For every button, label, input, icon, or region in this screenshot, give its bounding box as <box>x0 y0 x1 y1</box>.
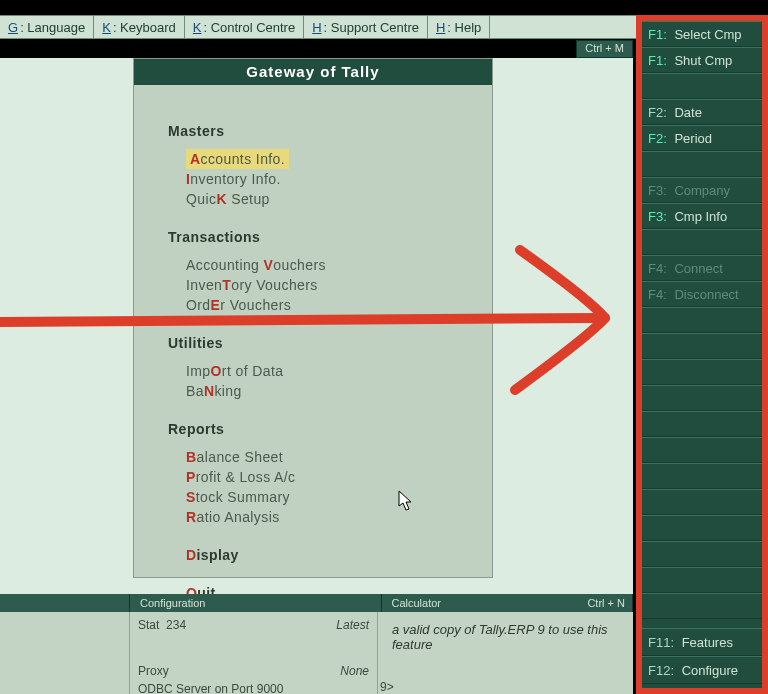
top-menu-language[interactable]: G: Language <box>0 16 94 38</box>
fkey-spacer <box>642 463 762 489</box>
section-reports: ReportsBalance SheetProfit & Loss A/cSto… <box>168 421 482 603</box>
menu-item[interactable]: Inventory Info. <box>186 169 482 189</box>
fkey-spacer <box>642 151 762 177</box>
fkey-f4-disconnect: F4: Disconnect <box>642 281 762 307</box>
top-menu-keyboard[interactable]: K: Keyboard <box>94 16 185 38</box>
section-heading: Reports <box>168 421 482 437</box>
top-menu-control-centre[interactable]: K: Control Centre <box>185 16 304 38</box>
fkey-bottom: F11: FeaturesF12: Configure <box>642 628 762 684</box>
menu-item[interactable]: Ratio Analysis <box>186 507 482 527</box>
fkey-f3-company: F3: Company <box>642 177 762 203</box>
menu-item[interactable]: ImpOrt of Data <box>186 361 482 381</box>
bottom-config-pane: Stat 234 Latest Proxy None ODBC Server o… <box>130 612 378 694</box>
gateway-panel: Gateway of Tally MastersAccounts Info.In… <box>133 58 493 578</box>
fkey-spacer <box>642 515 762 541</box>
fkey-spacer <box>642 541 762 567</box>
menu-item[interactable]: Accounting Vouchers <box>186 255 482 275</box>
menu-item[interactable]: QuicK Setup <box>186 189 482 209</box>
fkey-spacer <box>642 307 762 333</box>
work-area: Gateway of Tally MastersAccounts Info.In… <box>0 58 633 694</box>
fkey-spacer <box>642 73 762 99</box>
fkey-f1-select-cmp[interactable]: F1: Select Cmp <box>642 21 762 47</box>
fkey-spacer <box>642 489 762 515</box>
bottom-tabs: Configuration Calculator Ctrl + N <box>0 594 633 612</box>
bottom-tab-calc[interactable]: Calculator Ctrl + N <box>382 594 634 612</box>
bottom-tab-config[interactable]: Configuration <box>130 594 382 612</box>
menu-item[interactable]: Accounts Info. <box>186 149 289 169</box>
menu-item[interactable]: InvenTory Vouchers <box>186 275 482 295</box>
fkey-side-panel: F1: Select CmpF1: Shut CmpF2: DateF2: Pe… <box>636 15 768 694</box>
fkey-f2-date[interactable]: F2: Date <box>642 99 762 125</box>
fkey-f4-connect: F4: Connect <box>642 255 762 281</box>
top-menu-help[interactable]: H: Help <box>428 16 490 38</box>
menu-item[interactable]: Profit & Loss A/c <box>186 467 482 487</box>
section-transactions: TransactionsAccounting VouchersInvenTory… <box>168 229 482 315</box>
section-utilities: UtilitiesImpOrt of DataBaNking <box>168 335 482 401</box>
gateway-title: Gateway of Tally <box>134 59 492 85</box>
ctrl-m-indicator: Ctrl + M <box>576 40 633 58</box>
prompt-nine: 9> <box>380 680 394 694</box>
fkey-spacer <box>642 411 762 437</box>
menu-item[interactable]: Stock Summary <box>186 487 482 507</box>
menu-item[interactable]: Balance Sheet <box>186 447 482 467</box>
menu-item[interactable]: Display <box>186 545 482 565</box>
fkey-f2-period[interactable]: F2: Period <box>642 125 762 151</box>
fkey-spacer <box>642 593 762 619</box>
fkey-f1-shut-cmp[interactable]: F1: Shut Cmp <box>642 47 762 73</box>
fkey-spacer <box>642 229 762 255</box>
fkey-spacer <box>642 567 762 593</box>
section-heading: Transactions <box>168 229 482 245</box>
fkey-spacer <box>642 333 762 359</box>
top-menu-support-centre[interactable]: H: Support Centre <box>304 16 428 38</box>
bottom-strip: Configuration Calculator Ctrl + N Stat 2… <box>0 594 633 694</box>
fkey-f11-features[interactable]: F11: Features <box>642 628 762 656</box>
fkey-spacer <box>642 385 762 411</box>
bottom-calc-pane: a valid copy of Tally.ERP 9 to use this … <box>378 612 633 694</box>
fkey-list: F1: Select CmpF1: Shut CmpF2: DateF2: Pe… <box>642 21 762 688</box>
section-masters: MastersAccounts Info.Inventory Info.Quic… <box>168 123 482 209</box>
fkey-spacer <box>642 437 762 463</box>
fkey-f3-cmp-info[interactable]: F3: Cmp Info <box>642 203 762 229</box>
menu-item[interactable]: OrdEr Vouchers <box>186 295 482 315</box>
bottom-tab-blank <box>0 594 130 612</box>
section-heading: Masters <box>168 123 482 139</box>
menu-item[interactable]: BaNking <box>186 381 482 401</box>
bottom-left-pane <box>0 612 130 694</box>
gateway-body: MastersAccounts Info.Inventory Info.Quic… <box>134 85 492 613</box>
bottom-body: Stat 234 Latest Proxy None ODBC Server o… <box>0 612 633 694</box>
section-heading: Utilities <box>168 335 482 351</box>
app-root: G: LanguageK: KeyboardK: Control CentreH… <box>0 0 768 694</box>
fkey-spacer <box>642 359 762 385</box>
fkey-f12-configure[interactable]: F12: Configure <box>642 656 762 684</box>
